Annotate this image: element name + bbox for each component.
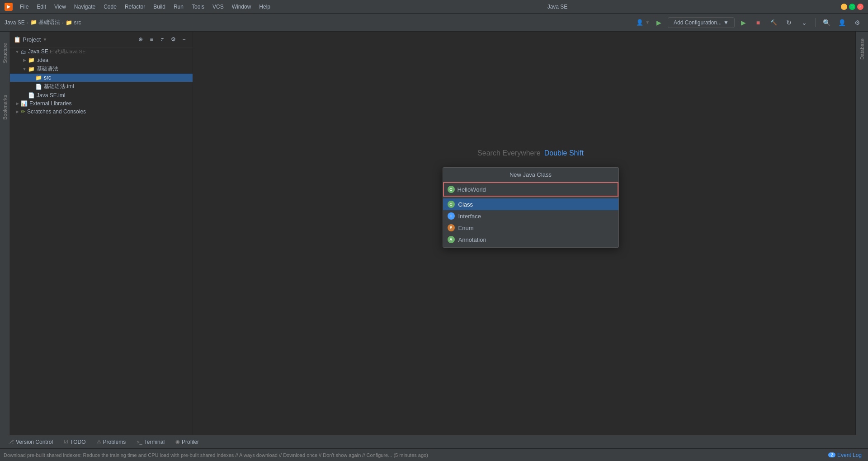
folder2-icon: 📁: [66, 19, 72, 26]
menu-tools[interactable]: Tools: [188, 2, 208, 11]
menu-file[interactable]: File: [16, 2, 32, 11]
expand-jichua-icon: ▼: [21, 67, 28, 71]
tree-item-idea[interactable]: ▶ 📁 .idea: [10, 56, 193, 64]
dropdown-button[interactable]: ⌄: [798, 16, 811, 29]
add-config-arrow-icon: ▼: [723, 19, 729, 26]
menu-bar: File Edit View Navigate Code Refactor Bu…: [16, 2, 274, 11]
toolbar-right: 👤 ▼ ▶ Add Configuration... ▼ ▶ ■ 🔨 ↻ ⌄ 🔍…: [636, 16, 863, 29]
menu-help[interactable]: Help: [255, 2, 274, 11]
idea-folder-icon: 📁: [28, 57, 35, 63]
structure-tab[interactable]: Structure: [1, 41, 9, 66]
terminal-button[interactable]: >_ Terminal: [132, 437, 169, 447]
tree-item-java-se-iml[interactable]: 📄 Java SE.iml: [10, 91, 193, 99]
problems-icon: ⚠: [97, 439, 101, 445]
close-button[interactable]: ×: [857, 4, 863, 10]
database-tab[interactable]: Database: [859, 36, 866, 62]
annotation-option-icon: A: [448, 236, 455, 243]
profiler-icon: ◉: [175, 439, 180, 445]
menu-window[interactable]: Window: [228, 2, 255, 11]
class-name-input[interactable]: [458, 186, 614, 193]
collapse-all-button[interactable]: ≡: [146, 34, 156, 44]
version-control-button[interactable]: ⎇ Version Control: [4, 437, 57, 447]
tree-label-ext-libs: External Libraries: [29, 100, 71, 107]
iml-file-icon: 📄: [35, 84, 42, 90]
expand-scratches-icon: ▶: [14, 109, 21, 114]
minimize-sidebar-button[interactable]: −: [179, 34, 189, 44]
new-java-class-dialog: New Java Class C C Class I Interface E E…: [443, 167, 619, 248]
tree-item-jichua-yufa[interactable]: ▼ 📁 基础语法: [10, 64, 193, 74]
expand-java-se-icon: ▼: [14, 50, 21, 54]
src-folder-icon: 📁: [35, 75, 42, 81]
profile-button[interactable]: 👤: [835, 16, 848, 29]
terminal-label: Terminal: [144, 439, 165, 445]
tree-item-src[interactable]: 📁 src: [10, 74, 193, 82]
tree-label-java-se-iml: Java SE.iml: [37, 92, 65, 99]
statusbar: Download pre-built shared indexes: Reduc…: [0, 448, 868, 461]
menu-view[interactable]: View: [51, 2, 70, 11]
project-title[interactable]: 📋 Project ▼: [14, 36, 47, 43]
editor-content: Search Everywhere Double Shift New Java …: [193, 32, 868, 435]
titlebar-right: − □ ×: [841, 4, 863, 10]
dialog-title: New Java Class: [443, 168, 618, 182]
expand-ext-libs-icon: ▶: [14, 101, 21, 106]
version-control-icon: ⎇: [8, 439, 14, 445]
dialog-option-class[interactable]: C Class: [443, 198, 618, 210]
jichua-folder-icon: 📁: [28, 66, 35, 72]
tree-label-jichua-yufa: 基础语法: [37, 65, 58, 73]
dialog-option-enum[interactable]: E Enum: [443, 222, 618, 234]
menu-build[interactable]: Build: [150, 2, 169, 11]
class-option-label: Class: [458, 201, 473, 208]
dialog-option-annotation[interactable]: A Annotation: [443, 234, 618, 245]
add-config-label: Add Configuration...: [674, 19, 722, 26]
folder1-icon: 📁: [30, 19, 37, 25]
search-shortcut: Double Shift: [544, 149, 584, 157]
menu-run[interactable]: Run: [170, 2, 187, 11]
settings-button[interactable]: ⚙: [851, 16, 863, 29]
gear-button[interactable]: ⚙: [168, 34, 178, 44]
menu-refactor[interactable]: Refactor: [121, 2, 149, 11]
menu-navigate[interactable]: Navigate: [71, 2, 99, 11]
breadcrumb-folder2[interactable]: 📁 src: [66, 19, 81, 26]
search-button[interactable]: 🔍: [820, 16, 833, 29]
build-button[interactable]: 🔨: [767, 16, 780, 29]
breadcrumb-folder1[interactable]: 📁 基础语法: [30, 19, 60, 26]
user-area[interactable]: 👤 ▼: [636, 19, 650, 26]
annotation-option-label: Annotation: [458, 236, 486, 243]
run-button[interactable]: ▶: [652, 16, 665, 29]
tree-item-jichua-iml[interactable]: 📄 基础语法.iml: [10, 82, 193, 91]
menu-vcs[interactable]: VCS: [209, 2, 227, 11]
project-label: Project: [23, 36, 41, 43]
bookmarks-tab[interactable]: Bookmarks: [1, 93, 9, 122]
menu-code[interactable]: Code: [100, 2, 120, 11]
class-option-icon: C: [448, 201, 455, 208]
tree-item-ext-libs[interactable]: ▶ 📊 External Libraries: [10, 99, 193, 108]
locate-file-button[interactable]: ⊕: [136, 34, 146, 44]
reload-button[interactable]: ↻: [783, 16, 795, 29]
tree-item-java-se[interactable]: ▼ 🗂 Java SE E:\代码\Java SE: [10, 47, 193, 56]
tree-label-idea: .idea: [37, 57, 48, 63]
minimize-button[interactable]: −: [841, 4, 847, 10]
title-bar: ▶ File Edit View Navigate Code Refactor …: [0, 0, 868, 14]
maximize-button[interactable]: □: [849, 4, 855, 10]
play-button[interactable]: ▶: [737, 17, 749, 28]
tree-label-java-se: Java SE E:\代码\Java SE: [28, 48, 86, 55]
profiler-button[interactable]: ◉ Profiler: [171, 437, 203, 447]
stop-button[interactable]: ■: [752, 16, 764, 29]
todo-button[interactable]: ☑ TODO: [59, 437, 90, 447]
add-configuration-button[interactable]: Add Configuration... ▼: [668, 17, 735, 28]
user-chevron-icon: ▼: [645, 20, 650, 25]
tree-label-scratches: Scratches and Consoles: [27, 108, 86, 115]
right-panel-tabs: Database: [855, 32, 868, 435]
dialog-option-interface[interactable]: I Interface: [443, 210, 618, 222]
event-log-button[interactable]: 2 Event Log: [826, 451, 864, 459]
sidebar-actions: ⊕ ≡ ≠ ⚙ −: [136, 34, 189, 44]
event-log-label: Event Log: [837, 452, 862, 458]
problems-label: Problems: [103, 439, 126, 445]
problems-button[interactable]: ⚠ Problems: [92, 437, 131, 447]
tree-item-scratches[interactable]: ▶ ✏ Scratches and Consoles: [10, 108, 193, 116]
statusbar-notification: Download pre-built shared indexes: Reduc…: [4, 452, 824, 458]
folder2-label: src: [74, 19, 81, 26]
dialog-input-row[interactable]: C: [443, 182, 618, 197]
close-options-button[interactable]: ≠: [157, 34, 167, 44]
menu-edit[interactable]: Edit: [33, 2, 50, 11]
